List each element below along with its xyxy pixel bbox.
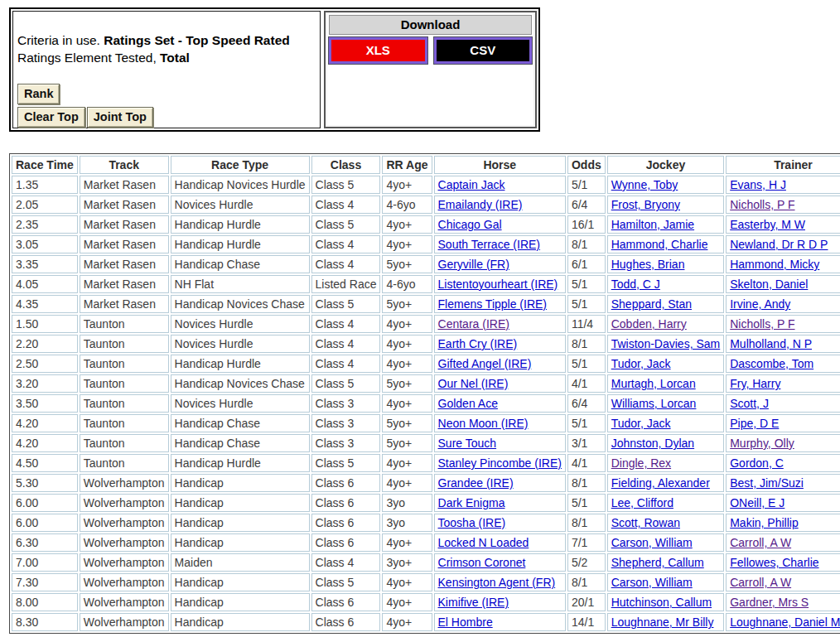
trainer-link[interactable]: Nicholls, P F — [730, 317, 794, 331]
jockey-link[interactable]: Cobden, Harry — [611, 317, 687, 331]
jockey-link[interactable]: Hammond, Charlie — [611, 238, 708, 251]
trainer-link[interactable]: Gardner, Mrs S — [730, 596, 809, 609]
race-time-cell: 3.35 — [12, 255, 78, 273]
jockey-link[interactable]: Johnston, Dylan — [611, 437, 694, 450]
jockey-link[interactable]: Hutchinson, Callum — [611, 596, 712, 609]
trainer-link[interactable]: Skelton, Daniel — [730, 278, 808, 291]
odds-cell: 5/1 — [567, 176, 606, 194]
jockey-link[interactable]: Todd, C J — [611, 278, 660, 291]
horse-link[interactable]: Crimson Coronet — [438, 556, 526, 569]
trainer-link[interactable]: Carroll, A W — [730, 576, 791, 589]
trainer-link[interactable]: Irvine, Andy — [730, 297, 790, 311]
race-time-cell: 4.35 — [12, 295, 78, 313]
horse-link[interactable]: Earth Cry (IRE) — [438, 337, 518, 350]
trainer-link[interactable]: Carroll, A W — [730, 536, 791, 549]
trainer-cell: Gordon, C — [726, 454, 840, 472]
horse-cell: Earth Cry (IRE) — [434, 335, 566, 353]
trainer-link[interactable]: Dascombe, Tom — [730, 357, 813, 370]
jockey-link[interactable]: Hamilton, Jamie — [611, 218, 694, 231]
jockey-link[interactable]: Sheppard, Stan — [611, 297, 692, 311]
horse-link[interactable]: Listentoyourheart (IRE) — [438, 278, 558, 291]
trainer-cell: Evans, H J — [726, 176, 840, 194]
horse-link[interactable]: Captain Jack — [438, 178, 505, 191]
jockey-link[interactable]: Dingle, Rex — [611, 456, 671, 470]
trainer-link[interactable]: Pipe, D E — [730, 417, 779, 430]
horse-link[interactable]: Centara (IRE) — [438, 317, 509, 331]
criteria-line-2: Ratings Element Tested, Total — [17, 49, 316, 66]
track-cell: Market Rasen — [80, 275, 169, 293]
odds-cell: 5/1 — [567, 275, 606, 293]
odds-cell: 8/1 — [567, 235, 606, 253]
clear-top-button[interactable]: Clear Top — [17, 107, 85, 128]
horse-link[interactable]: Sure Touch — [438, 437, 497, 450]
jockey-link[interactable]: Twiston-Davies, Sam — [611, 337, 720, 350]
horse-link[interactable]: Kensington Agent (FR) — [438, 576, 556, 589]
jockey-cell: Hamilton, Jamie — [607, 215, 724, 234]
horse-link[interactable]: Golden Ace — [438, 397, 498, 410]
trainer-link[interactable]: Evans, H J — [730, 178, 786, 191]
jockey-link[interactable]: Shepherd, Callum — [611, 556, 704, 569]
horse-link[interactable]: Emailandy (IRE) — [438, 198, 523, 211]
race-time-cell: 6.00 — [12, 514, 78, 532]
track-cell: Market Rasen — [80, 215, 169, 234]
trainer-link[interactable]: Loughnane, Daniel Mark — [730, 615, 840, 629]
horse-link[interactable]: Geryville (FR) — [438, 258, 509, 271]
horse-link[interactable]: Neon Moon (IRE) — [438, 417, 529, 430]
jockey-link[interactable]: Murtagh, Lorcan — [611, 377, 696, 390]
horse-link[interactable]: Dark Enigma — [438, 496, 505, 509]
horse-link[interactable]: Grandee (IRE) — [438, 476, 514, 490]
jockey-link[interactable]: Fielding, Alexander — [611, 476, 710, 490]
horse-link[interactable]: Gifted Angel (IRE) — [438, 357, 532, 370]
rr-age-cell: 4yo+ — [382, 176, 432, 194]
trainer-link[interactable]: Murphy, Olly — [730, 437, 794, 450]
jockey-link[interactable]: Williams, Lorcan — [611, 397, 697, 410]
trainer-link[interactable]: Mulholland, N P — [730, 337, 812, 350]
trainer-link[interactable]: Scott, J — [730, 397, 769, 410]
jockey-cell: Carson, William — [607, 573, 724, 591]
horse-link[interactable]: South Terrace (IRE) — [438, 238, 540, 251]
jockey-link[interactable]: Lee, Clifford — [611, 496, 673, 509]
horse-link[interactable]: El Hombre — [438, 615, 493, 629]
trainer-link[interactable]: Gordon, C — [730, 456, 784, 470]
download-xls-button[interactable]: XLS — [329, 37, 427, 64]
horse-link[interactable]: Our Nel (IRE) — [438, 377, 509, 390]
trainer-link[interactable]: Hammond, Micky — [730, 258, 819, 271]
class-cell: Class 3 — [311, 394, 381, 413]
horse-link[interactable]: Chicago Gal — [438, 218, 502, 231]
trainer-link[interactable]: Easterby, M W — [730, 218, 805, 231]
joint-top-button[interactable]: Joint Top — [87, 107, 153, 128]
odds-cell: 5/1 — [567, 494, 606, 512]
track-cell: Wolverhampton — [80, 553, 169, 572]
jockey-link[interactable]: Tudor, Jack — [611, 357, 671, 370]
jockey-link[interactable]: Wynne, Toby — [611, 178, 678, 191]
jockey-link[interactable]: Carson, William — [611, 576, 693, 589]
jockey-link[interactable]: Frost, Bryony — [611, 198, 680, 211]
trainer-cell: Fry, Harry — [726, 374, 840, 393]
track-cell: Wolverhampton — [80, 514, 169, 532]
horse-link[interactable]: Kimifive (IRE) — [438, 596, 509, 609]
rank-button[interactable]: Rank — [17, 84, 60, 104]
jockey-link[interactable]: Loughnane, Mr Billy — [611, 615, 714, 629]
horse-link[interactable]: Locked N Loaded — [438, 536, 529, 549]
race-time-cell: 6.30 — [12, 533, 78, 552]
jockey-link[interactable]: Hughes, Brian — [611, 258, 685, 271]
race-row: 8.30WolverhamptonHandicapClass 64yo+El H… — [12, 613, 840, 631]
trainer-link[interactable]: Nicholls, P F — [730, 198, 794, 211]
jockey-link[interactable]: Scott, Rowan — [611, 516, 680, 529]
trainer-cell: Carroll, A W — [726, 573, 840, 591]
horse-link[interactable]: Stanley Pincombe (IRE) — [438, 456, 562, 470]
race-time-cell: 3.05 — [12, 235, 78, 253]
horse-link[interactable]: Flemens Tipple (IRE) — [438, 297, 547, 311]
jockey-link[interactable]: Carson, William — [611, 536, 693, 549]
trainer-link[interactable]: Newland, Dr R D P — [730, 238, 828, 251]
trainer-link[interactable]: Best, Jim/Suzi — [730, 476, 804, 490]
download-csv-button[interactable]: CSV — [434, 37, 533, 64]
jockey-link[interactable]: Tudor, Jack — [611, 417, 671, 430]
race-row: 7.30WolverhamptonHandicapClass 54yo+Kens… — [12, 573, 840, 591]
horse-link[interactable]: Toosha (IRE) — [438, 516, 506, 529]
race-time-cell: 2.05 — [12, 195, 78, 214]
trainer-link[interactable]: Fellowes, Charlie — [730, 556, 818, 569]
trainer-link[interactable]: Makin, Phillip — [730, 516, 798, 529]
trainer-link[interactable]: ONeill, E J — [730, 496, 784, 509]
trainer-link[interactable]: Fry, Harry — [730, 377, 780, 390]
